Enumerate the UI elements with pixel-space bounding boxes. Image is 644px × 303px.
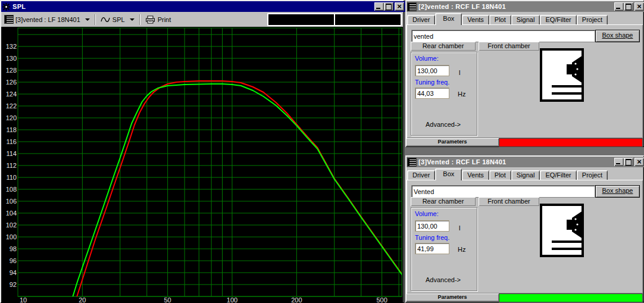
tab-box[interactable]: Box [435, 13, 462, 25]
close-button[interactable]: × [634, 2, 644, 11]
tuning-freq-input[interactable] [415, 88, 449, 99]
tab-signal[interactable]: Signal [511, 15, 540, 25]
tuning-freq-input[interactable] [415, 243, 449, 254]
box-tab-page: Box shape Rear chamber Front chamber Vol… [407, 180, 643, 293]
plot-type-label: SPL [112, 16, 125, 23]
minimize-button[interactable] [614, 158, 624, 166]
tab-signal[interactable]: Signal [511, 170, 540, 180]
minimize-icon [376, 8, 380, 9]
box-window-2-title: [2]vented : RCF LF 18N401 [418, 3, 506, 10]
front-chamber-button[interactable]: Front chamber [479, 42, 539, 51]
svg-text:98: 98 [10, 245, 17, 252]
parameters-button[interactable]: Parameters [406, 138, 499, 146]
plot-type-dropdown[interactable]: SPL [97, 13, 138, 26]
advanced-link[interactable]: Advanced-> [426, 276, 461, 283]
project-item-icon [408, 3, 416, 11]
maximize-icon [386, 4, 392, 10]
maximize-button[interactable] [624, 158, 633, 166]
source-selector-dropdown[interactable]: [3]vented : LF 18N401 [1, 13, 93, 26]
chamber-parameters-group: Volume: l Tuning freq. Hz Advanced-> [411, 52, 477, 136]
spl-titlebar[interactable]: SPL × [1, 1, 405, 12]
box-shape-button[interactable]: Box shape [595, 185, 640, 198]
box-name-input[interactable] [411, 30, 595, 42]
box-shape-button[interactable]: Box shape [595, 30, 640, 42]
volume-input[interactable] [415, 65, 449, 76]
progress-bar [499, 293, 643, 302]
tab-driver[interactable]: Driver [407, 15, 435, 25]
svg-text:102: 102 [6, 221, 17, 229]
tuning-freq-label: Tuning freq. [415, 79, 449, 86]
svg-text:114: 114 [6, 150, 17, 157]
box-shape-diagram [540, 204, 584, 257]
tab-eq-filter[interactable]: EQ/Filter [540, 15, 576, 25]
svg-text:20: 20 [79, 296, 86, 303]
svg-text:94: 94 [10, 269, 17, 276]
tab-vents[interactable]: Vents [462, 15, 489, 25]
svg-text:200: 200 [291, 296, 302, 303]
project-item-icon [408, 158, 416, 166]
front-chamber-button[interactable]: Front chamber [479, 197, 539, 206]
tuning-freq-label: Tuning freq. [415, 234, 449, 241]
project-item-icon [5, 15, 13, 23]
volume-input[interactable] [415, 220, 449, 232]
close-button[interactable]: × [395, 2, 404, 11]
print-label: Print [158, 16, 171, 23]
svg-text:130: 130 [6, 55, 17, 62]
box-window-2: [2]vented : RCF LF 18N401 × Driver Box V… [405, 0, 644, 147]
svg-text:500: 500 [376, 296, 387, 303]
minimize-button[interactable] [614, 2, 624, 11]
chevron-down-icon [85, 18, 90, 21]
tab-plot[interactable]: Plot [489, 170, 511, 180]
box-window-3-titlebar[interactable]: [3]Vented : RCF LF 18N401 × [407, 157, 644, 167]
svg-text:92: 92 [10, 281, 17, 288]
svg-text:110: 110 [6, 174, 17, 181]
close-icon: × [634, 157, 644, 166]
minimize-icon [616, 163, 620, 164]
print-button[interactable]: Print [142, 13, 175, 26]
toolbar-separator [139, 14, 140, 25]
tab-driver[interactable]: Driver [407, 170, 435, 180]
tab-project[interactable]: Project [577, 170, 608, 180]
display-panel [335, 14, 401, 25]
box-tab-page: Box shape Rear chamber Front chamber Vol… [407, 24, 643, 138]
close-button[interactable]: × [634, 158, 644, 166]
tab-bar: Driver Box Vents Plot Signal EQ/Filter P… [407, 168, 608, 180]
maximize-button[interactable] [384, 2, 393, 11]
tab-vents[interactable]: Vents [462, 170, 489, 180]
spl-window-title: SPL [12, 3, 26, 10]
source-selector-label: [3]vented : LF 18N401 [15, 16, 80, 23]
box-window-2-titlebar[interactable]: [2]vented : RCF LF 18N401 × [407, 1, 644, 12]
svg-text:106: 106 [6, 198, 17, 205]
advanced-link[interactable]: Advanced-> [426, 121, 461, 128]
rear-chamber-button[interactable]: Rear chamber [411, 197, 476, 206]
tab-plot[interactable]: Plot [489, 15, 511, 25]
maximize-icon [626, 4, 632, 10]
spl-window: SPL × [3]vented : LF 18N401 SPL [0, 0, 404, 303]
toolbar-display-group [267, 13, 402, 26]
svg-text:100: 100 [6, 233, 17, 240]
tuning-freq-unit: Hz [458, 246, 465, 253]
tab-eq-filter[interactable]: EQ/Filter [540, 170, 576, 180]
volume-unit: l [459, 224, 460, 232]
tab-box[interactable]: Box [435, 168, 462, 180]
svg-text:128: 128 [6, 67, 17, 74]
display-panel [268, 14, 334, 25]
svg-text:120: 120 [6, 114, 17, 121]
svg-text:124: 124 [6, 90, 17, 98]
spl-chart-canvas: 1321301281261241221201181161141121101081… [1, 27, 403, 303]
tab-project[interactable]: Project [577, 15, 608, 25]
rear-chamber-button[interactable]: Rear chamber [411, 42, 476, 51]
svg-text:112: 112 [6, 162, 17, 169]
parameters-button[interactable]: Parameters [406, 293, 499, 301]
minimize-button[interactable] [374, 2, 384, 11]
volume-label: Volume: [415, 210, 439, 217]
progress-bar [499, 138, 643, 147]
spl-chart[interactable]: 1321301281261241221201181161141121101081… [1, 27, 403, 303]
maximize-button[interactable] [624, 2, 633, 11]
mdi-background: SPL × [3]vented : LF 18N401 SPL [0, 0, 644, 303]
box-name-input[interactable] [411, 185, 595, 198]
svg-text:108: 108 [6, 186, 17, 193]
maximize-icon [626, 159, 632, 165]
svg-text:126: 126 [6, 79, 17, 86]
svg-text:96: 96 [10, 257, 17, 264]
